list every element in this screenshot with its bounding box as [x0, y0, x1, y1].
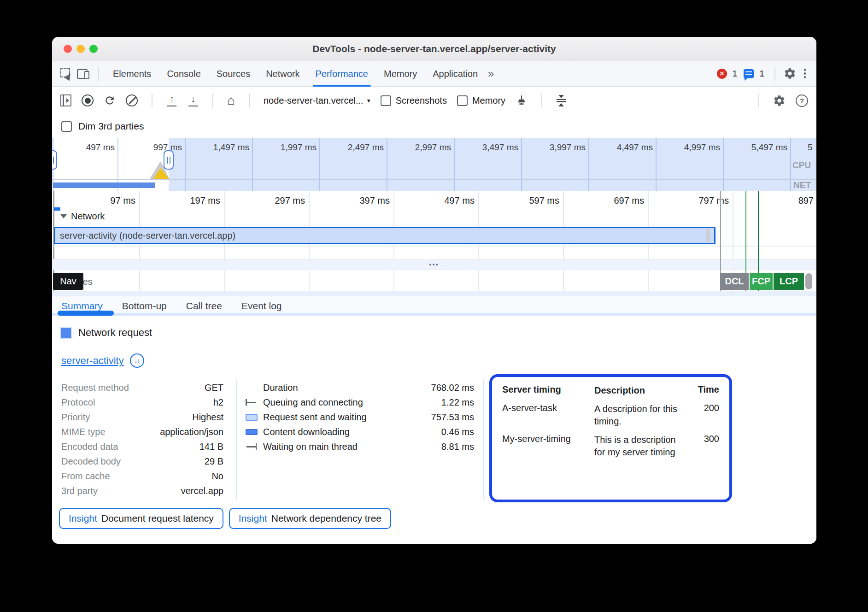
upload-profile-icon[interactable]: ↑: [166, 94, 177, 106]
ruler-tick: 797 ms: [663, 195, 729, 206]
record-and-reload-icon[interactable]: [104, 94, 116, 106]
detail-row: PriorityHighest: [61, 410, 223, 424]
content-download-phase-icon: [246, 429, 258, 435]
download-profile-icon[interactable]: ↓: [188, 94, 199, 106]
overview-tick: 1,497 ms: [183, 142, 249, 153]
tab-event-log[interactable]: Event log: [241, 300, 282, 312]
screen-background: DevTools - node-server-tan.vercel.app/se…: [0, 0, 868, 612]
settings-gear-icon[interactable]: [784, 67, 796, 80]
network-track-header[interactable]: Network: [60, 211, 105, 222]
detail-row: From cacheNo: [61, 469, 223, 483]
detail-row: MIME typeapplication/json: [61, 424, 223, 439]
window-title: DevTools - node-server-tan.vercel.app/se…: [52, 37, 816, 61]
collapse-tracks-icon[interactable]: [556, 95, 566, 106]
net-lane-label: NET: [793, 180, 811, 190]
ruler-tick: 597 ms: [494, 195, 559, 206]
timeline-tracks[interactable]: 97 ms 197 ms 297 ms 397 ms 497 ms 597 ms…: [52, 191, 816, 296]
tab-bottom-up[interactable]: Bottom-up: [122, 300, 167, 312]
network-request-bar[interactable]: server-activity (node-server-tan.vercel.…: [54, 227, 716, 244]
resize-dots: •••: [429, 261, 440, 268]
tab-application[interactable]: Application: [427, 61, 483, 87]
server-timing-row: A-server-task A description for this tim…: [502, 403, 719, 428]
request-link[interactable]: server-activity: [61, 355, 124, 367]
kebab-menu-icon[interactable]: [801, 69, 809, 78]
network-track-label: Network: [71, 211, 105, 222]
overview-tick: 4,997 ms: [654, 142, 720, 153]
memory-checkbox-row: Memory: [457, 95, 505, 106]
reveal-in-network-icon[interactable]: ↓↑: [130, 353, 144, 368]
overview-tick: 4,497 ms: [586, 142, 653, 153]
main-thread-wait-phase-icon: [246, 443, 258, 450]
insight-network-dependency-tree-button[interactable]: Insight Network dependency tree: [229, 508, 391, 529]
divider: [152, 94, 152, 107]
memory-checkbox[interactable]: [457, 95, 468, 106]
server-timing-row: My-server-timing This is a description f…: [502, 434, 719, 459]
capture-settings-gear-icon[interactable]: [773, 94, 786, 107]
detail-row: Protocolh2: [61, 395, 223, 410]
request-sent-phase-icon: [246, 414, 258, 421]
network-request-bar-label: server-activity (node-server-tan.vercel.…: [60, 230, 235, 241]
selected-tab-indicator: [58, 311, 114, 316]
timing-breakdown-list: Duration768.02 ms Queuing and connecting…: [246, 380, 474, 454]
ruler-tick: 497 ms: [409, 195, 475, 206]
error-badge-icon[interactable]: ×: [717, 69, 727, 79]
legend-row: Network request: [61, 327, 152, 339]
cpu-lane-label: CPU: [792, 160, 811, 171]
overview-right-handle[interactable]: [164, 150, 174, 170]
row-divider: [52, 246, 816, 247]
performance-toolbar: ↑ ↓ ⌂ node-server-tan.vercel... ▾ Screen…: [52, 87, 816, 114]
divider: [212, 94, 213, 107]
overview-network-bar: [53, 182, 155, 188]
devtools-window: DevTools - node-server-tan.vercel.app/se…: [52, 37, 816, 544]
timing-row: Content downloading0.46 ms: [246, 424, 474, 439]
device-toolbar-icon[interactable]: [77, 68, 90, 79]
overview-tick: 1,997 ms: [250, 142, 317, 153]
fcp-badge[interactable]: FCP: [750, 273, 773, 290]
details-panel-tabbar: Summary Bottom-up Call tree Event log: [52, 296, 816, 316]
tab-network[interactable]: Network: [260, 61, 305, 87]
dim-third-parties-checkbox[interactable]: [61, 121, 72, 132]
home-icon[interactable]: ⌂: [227, 94, 235, 106]
chevron-down-icon: [60, 214, 67, 218]
record-button[interactable]: [82, 94, 94, 106]
memory-label: Memory: [472, 95, 505, 106]
overview-tick: 3,997 ms: [519, 142, 586, 153]
tab-call-tree[interactable]: Call tree: [186, 300, 222, 312]
lcp-badge[interactable]: LCP: [774, 273, 804, 290]
capture-target-dropdown[interactable]: node-server-tan.vercel... ▾: [264, 95, 370, 106]
collect-garbage-icon[interactable]: [516, 94, 528, 106]
titlebar: DevTools - node-server-tan.vercel.app/se…: [52, 37, 816, 61]
tab-sources[interactable]: Sources: [211, 61, 256, 87]
overview-left-handle[interactable]: [52, 150, 57, 170]
inspect-element-icon[interactable]: [60, 68, 72, 80]
request-details-list: Request methodGET Protocolh2 PriorityHig…: [61, 380, 223, 498]
tab-console[interactable]: Console: [161, 61, 206, 87]
screenshots-checkbox[interactable]: [381, 95, 391, 106]
ruler-tick: 697 ms: [579, 195, 644, 206]
clear-recording-icon[interactable]: [126, 94, 138, 106]
network-request-swatch: [61, 328, 71, 338]
tab-summary[interactable]: Summary: [61, 300, 103, 312]
dim-third-parties-label: Dim 3rd parties: [78, 121, 144, 132]
vertical-scrollbar-thumb[interactable]: [805, 273, 812, 289]
detail-row: 3rd partyvercel.app: [61, 483, 223, 498]
devtools-tabbar: Elements Console Sources Network Perform…: [52, 61, 816, 87]
divider: [758, 94, 759, 107]
issues-badge-icon[interactable]: [744, 69, 754, 78]
divider: [98, 67, 99, 81]
track-resize-handle[interactable]: •••: [52, 259, 816, 270]
dcl-badge[interactable]: DCL: [720, 273, 749, 290]
insight-document-request-latency-button[interactable]: Insight Document request latency: [59, 508, 223, 529]
more-tabs-icon[interactable]: »: [488, 67, 493, 80]
overview-tick: 5,497 ms: [721, 142, 787, 153]
summary-panel: Network request server-activity ↓↑ Reque…: [52, 316, 816, 544]
detail-row: Encoded data141 B: [61, 439, 223, 454]
tab-memory[interactable]: Memory: [378, 61, 422, 87]
timeline-overview[interactable]: 497 ms 997 ms 1,497 ms 1,997 ms 2,497 ms…: [52, 138, 816, 191]
timing-row: Waiting on main thread8.81 ms: [246, 439, 474, 454]
help-icon[interactable]: ?: [796, 94, 808, 107]
tab-elements[interactable]: Elements: [107, 61, 157, 87]
tab-performance[interactable]: Performance: [310, 61, 374, 87]
toggle-sidebar-icon[interactable]: [60, 94, 71, 106]
detail-row: Decoded body29 B: [61, 454, 223, 469]
